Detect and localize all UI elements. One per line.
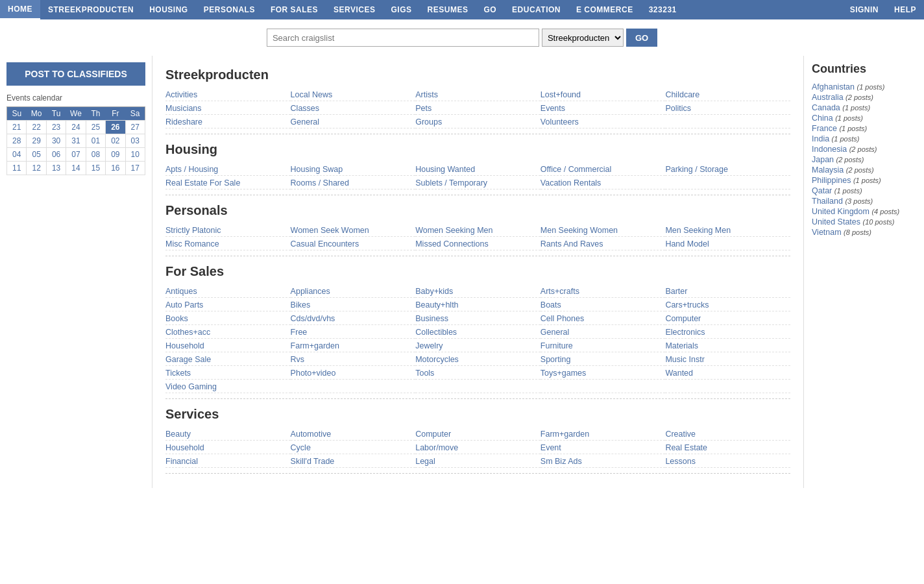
calendar-day[interactable]: 04 [7, 148, 27, 162]
category-link[interactable]: Household [165, 442, 291, 454]
country-link[interactable]: Indonesia (2 posts) [812, 145, 916, 154]
category-link[interactable]: Rvs [291, 354, 416, 366]
category-link[interactable]: Photo+video [291, 367, 416, 380]
country-link[interactable]: Canada (1 posts) [812, 103, 916, 112]
category-link[interactable]: Financial [165, 456, 291, 468]
category-link[interactable]: Rooms / Shared [291, 177, 416, 189]
nav-ecommerce[interactable]: E COMMERCE [568, 0, 641, 19]
calendar-day[interactable]: 22 [27, 121, 46, 134]
category-link[interactable]: Household [165, 340, 291, 352]
category-link[interactable]: Collectibles [415, 326, 541, 339]
nav-go[interactable]: GO [476, 0, 504, 19]
category-link[interactable]: Garage Sale [165, 354, 291, 366]
category-link[interactable]: Event [541, 442, 666, 454]
country-link[interactable]: United Kingdom (4 posts) [812, 207, 916, 216]
category-link[interactable]: Women Seeking Men [415, 225, 541, 237]
category-link[interactable]: Office / Commercial [541, 164, 666, 176]
nav-services[interactable]: SERVICES [326, 0, 383, 19]
category-link[interactable]: Free [291, 326, 416, 339]
nav-personals[interactable]: PERSONALS [196, 0, 263, 19]
category-link[interactable]: Music Instr [665, 354, 790, 366]
category-link[interactable]: Business [415, 313, 541, 325]
category-link[interactable]: Clothes+acc [165, 326, 291, 339]
country-link[interactable]: Philippines (1 posts) [812, 176, 916, 185]
nav-help[interactable]: HELP [886, 0, 924, 19]
category-link[interactable]: Sporting [541, 354, 666, 366]
nav-resumes[interactable]: RESUMES [420, 0, 476, 19]
category-link[interactable]: Computer [415, 428, 541, 441]
country-link[interactable]: China (1 posts) [812, 114, 916, 123]
calendar-day[interactable]: 08 [86, 148, 105, 162]
category-link[interactable]: Tickets [165, 367, 291, 380]
category-link[interactable]: Bikes [291, 299, 416, 311]
country-link[interactable]: Afghanistan (1 posts) [812, 82, 916, 91]
category-link[interactable]: Wanted [665, 367, 790, 380]
nav-education[interactable]: EDUCATION [504, 0, 568, 19]
country-link[interactable]: Vietnam (8 posts) [812, 228, 916, 237]
category-link[interactable]: Lost+found [541, 89, 666, 101]
category-link[interactable]: Sublets / Temporary [415, 177, 541, 189]
category-link[interactable]: Rideshare [165, 116, 291, 128]
post-classifieds-button[interactable]: POST TO CLASSIFIEDS [6, 62, 145, 86]
category-link[interactable]: Sm Biz Ads [541, 456, 666, 468]
category-link[interactable]: Computer [665, 313, 790, 325]
category-link[interactable]: Casual Encounters [291, 238, 416, 250]
calendar-day[interactable]: 09 [106, 148, 125, 162]
category-link[interactable]: General [291, 116, 416, 128]
category-link[interactable]: Strictly Platonic [165, 225, 291, 237]
category-link[interactable]: Vacation Rentals [541, 177, 666, 189]
calendar-day[interactable]: 02 [106, 134, 125, 148]
country-link[interactable]: India (1 posts) [812, 134, 916, 143]
category-link[interactable]: Skill'd Trade [291, 456, 416, 468]
calendar-day[interactable]: 15 [86, 162, 105, 175]
calendar-day[interactable]: 29 [27, 134, 46, 148]
category-link[interactable]: Creative [665, 428, 790, 441]
category-link[interactable]: Musicians [165, 103, 291, 115]
calendar-day[interactable]: 01 [86, 134, 105, 148]
country-link[interactable]: United States (10 posts) [812, 217, 916, 226]
category-link[interactable]: Arts+crafts [541, 286, 666, 298]
category-link[interactable]: Classes [291, 103, 416, 115]
category-link[interactable]: Local News [291, 89, 416, 101]
calendar-day[interactable]: 26 [106, 121, 125, 134]
calendar-day[interactable]: 28 [7, 134, 27, 148]
calendar-day[interactable]: 30 [46, 134, 66, 148]
category-link[interactable]: Farm+garden [291, 340, 416, 352]
calendar-day[interactable]: 17 [125, 162, 145, 175]
category-link[interactable]: Real Estate For Sale [165, 177, 291, 189]
category-link[interactable]: Artists [415, 89, 541, 101]
nav-gigs[interactable]: GIGS [383, 0, 420, 19]
category-link[interactable]: Men Seeking Men [665, 225, 790, 237]
category-link[interactable]: Parking / Storage [665, 164, 790, 176]
category-link[interactable]: Toys+games [541, 367, 666, 380]
calendar-day[interactable]: 12 [27, 162, 46, 175]
category-link[interactable]: Cars+trucks [665, 299, 790, 311]
category-link[interactable]: Misc Romance [165, 238, 291, 250]
calendar-day[interactable]: 25 [86, 121, 105, 134]
category-link[interactable]: Housing Wanted [415, 164, 541, 176]
calendar-day[interactable]: 07 [66, 148, 86, 162]
category-link[interactable]: Jewelry [415, 340, 541, 352]
search-input[interactable] [267, 29, 539, 47]
calendar-day[interactable]: 27 [125, 121, 145, 134]
category-link[interactable]: Beauty [165, 428, 291, 441]
category-link[interactable]: Housing Swap [291, 164, 416, 176]
country-link[interactable]: Australia (2 posts) [812, 93, 916, 102]
category-link[interactable]: Politics [665, 103, 790, 115]
category-link[interactable]: Cds/dvd/vhs [291, 313, 416, 325]
nav-streekproducten[interactable]: STREEKPRODUCTEN [40, 0, 141, 19]
calendar-day[interactable]: 21 [7, 121, 27, 134]
category-link[interactable]: Appliances [291, 286, 416, 298]
calendar-day[interactable]: 11 [7, 162, 27, 175]
country-link[interactable]: France (1 posts) [812, 124, 916, 133]
category-link[interactable]: Materials [665, 340, 790, 352]
country-link[interactable]: Japan (2 posts) [812, 155, 916, 164]
category-link[interactable]: Groups [415, 116, 541, 128]
calendar-day[interactable]: 24 [66, 121, 86, 134]
category-link[interactable]: Hand Model [665, 238, 790, 250]
category-link[interactable]: Farm+garden [541, 428, 666, 441]
category-link[interactable]: Rants And Raves [541, 238, 666, 250]
category-link[interactable]: Legal [415, 456, 541, 468]
category-link[interactable]: General [541, 326, 666, 339]
nav-housing[interactable]: HOUSING [141, 0, 196, 19]
